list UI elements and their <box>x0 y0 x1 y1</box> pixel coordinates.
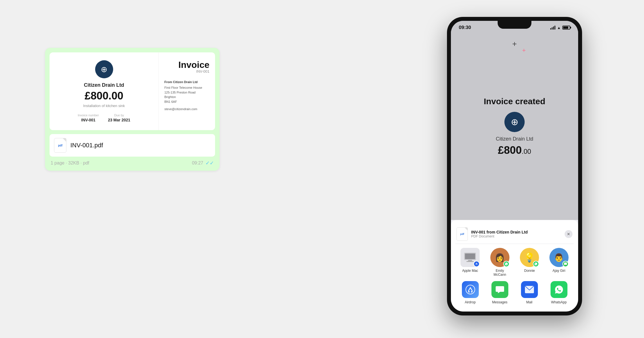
svg-point-7 <box>466 285 475 294</box>
apps-row: Airdrop Messages <box>455 281 574 307</box>
mail-app-icon <box>521 281 538 298</box>
airdrop-app-item[interactable]: Airdrop <box>462 281 479 304</box>
mail-app-item[interactable]: Mail <box>521 281 538 304</box>
svg-rect-3 <box>466 261 474 262</box>
status-time: 09:30 <box>459 25 471 30</box>
whatsapp-app-item[interactable]: WhatsApp <box>551 281 567 304</box>
ajay-messages-badge <box>562 261 569 267</box>
phone-screen: 09:30 ▲ + + Invoi <box>451 21 578 312</box>
invoice-due-value: 23 Mar 2021 <box>108 118 130 122</box>
invoice-due-meta: Due by 23 Mar 2021 <box>108 114 130 122</box>
invoice-email: steve@citizendrain.com <box>164 107 209 111</box>
invoice-left-panel: ⊕ Citizen Drain Ltd £800.00 Installation… <box>50 52 159 130</box>
svg-rect-1 <box>465 254 475 259</box>
svg-point-5 <box>476 264 477 265</box>
ajay-avatar-wrap: 👨 <box>549 248 569 267</box>
invoice-card: ⊕ Citizen Drain Ltd £800.00 Installation… <box>50 52 215 130</box>
invoice-number-value: INV-001 <box>78 118 99 122</box>
svg-rect-2 <box>468 260 472 261</box>
pdf-filename: INV-001.pdf <box>70 142 103 149</box>
list-item[interactable]: 💡 Donnie <box>520 248 539 277</box>
emily-avatar-wrap: 👩 <box>490 248 509 267</box>
list-item[interactable]: Apple Mac <box>460 248 480 277</box>
people-row: Apple Mac 👩 <box>455 248 574 277</box>
apple-mac-avatar-wrap <box>460 248 480 267</box>
battery-icon <box>562 26 570 30</box>
airdrop-badge <box>473 261 480 267</box>
share-attachment-type: PDF Document <box>471 234 561 238</box>
svg-point-6 <box>477 264 477 265</box>
drain-icon: ⊕ <box>101 65 107 74</box>
airdrop-app-icon <box>462 281 479 298</box>
invoice-from-label: From Citizen Drain Ltd <box>164 80 209 84</box>
invoice-meta: Invoice number INV-001 Due by 23 Mar 202… <box>56 114 152 122</box>
apple-mac-label: Apple Mac <box>462 269 478 273</box>
invoice-created-title: Invoice created <box>484 97 545 106</box>
invoice-due-label: Due by <box>108 114 130 117</box>
invoice-amount: £800.00 <box>85 90 123 102</box>
whatsapp-bubble: ⊕ Citizen Drain Ltd £800.00 Installation… <box>45 48 220 171</box>
svg-point-9 <box>471 291 472 293</box>
phone-frame: 09:30 ▲ + + Invoi <box>447 17 582 315</box>
whatsapp-app-icon <box>551 281 567 298</box>
phone-notch <box>498 21 531 29</box>
company-logo: ⊕ <box>95 60 113 78</box>
bubble-footer: 1 page · 32KB · pdf 09:27 ✓✓ <box>50 160 215 166</box>
pdf-icon: pdf <box>54 138 66 153</box>
share-attachment-row: pdf INV-001 from Citizen Drain Ltd PDF D… <box>455 224 574 244</box>
donnie-avatar-wrap: 💡 <box>520 248 539 267</box>
invoice-address: First Floor Telecome House 125-135 Prest… <box>164 85 209 104</box>
list-item[interactable]: 👨 Ajay Giri <box>549 248 569 277</box>
invoice-number-label: Invoice number <box>78 114 99 117</box>
bubble-time: 09:27 <box>192 161 203 166</box>
airdrop-app-label: Airdrop <box>465 300 476 304</box>
invoice-created-section: + + Invoice created ⊕ Citizen Drain Ltd … <box>451 33 578 220</box>
donnie-label: Donnie <box>524 269 535 273</box>
share-attachment-name: INV-001 from Citizen Drain Ltd <box>471 230 561 234</box>
messages-app-label: Messages <box>492 300 507 304</box>
signal-icon <box>550 26 555 30</box>
invoice-description: Installation of kitchen sink <box>83 104 125 108</box>
phone-mockup: 09:30 ▲ + + Invoi <box>447 17 582 315</box>
share-attachment-info: INV-001 from Citizen Drain Ltd PDF Docum… <box>471 230 561 238</box>
phone-company-logo: ⊕ <box>504 112 525 132</box>
emily-mccann-label: Emily McCann <box>490 269 510 277</box>
list-item[interactable]: 👩 Emily McCann <box>490 248 510 277</box>
status-icons: ▲ <box>550 26 570 30</box>
donnie-whatsapp-badge <box>533 261 539 267</box>
messages-app-item[interactable]: Messages <box>491 281 508 304</box>
whatsapp-badge <box>503 261 509 267</box>
messages-app-icon <box>491 281 508 298</box>
pdf-attachment[interactable]: pdf INV-001.pdf <box>50 134 215 157</box>
share-close-button[interactable]: ✕ <box>565 230 573 238</box>
bubble-meta: 1 page · 32KB · pdf <box>51 161 89 166</box>
read-ticks-icon: ✓✓ <box>205 160 214 166</box>
invoice-number-meta: Invoice number INV-001 <box>78 114 99 122</box>
phone-amount: £800.00 <box>498 144 531 156</box>
mac-device-svg <box>464 253 476 262</box>
ajay-giri-label: Ajay Giri <box>553 269 565 273</box>
plus-icon-pink: + <box>522 47 526 54</box>
invoice-title: Invoice <box>164 60 209 69</box>
wifi-icon: ▲ <box>557 26 561 30</box>
invoice-number-right: INV-001 <box>164 69 209 74</box>
whatsapp-app-label: WhatsApp <box>551 300 567 304</box>
phone-company-name: Citizen Drain Ltd <box>496 136 533 142</box>
invoice-company-name: Citizen Drain Ltd <box>84 82 124 88</box>
bubble-time-ticks: 09:27 ✓✓ <box>192 160 214 166</box>
invoice-right-panel: Invoice INV-001 From Citizen Drain Ltd F… <box>159 52 215 130</box>
share-pdf-icon: pdf <box>457 227 468 241</box>
share-sheet: pdf INV-001 from Citizen Drain Ltd PDF D… <box>451 220 578 312</box>
plus-icon-dark: + <box>512 39 517 48</box>
svg-point-8 <box>468 291 469 293</box>
phone-drain-icon: ⊕ <box>511 117 518 127</box>
mail-app-label: Mail <box>526 300 532 304</box>
whatsapp-bubble-section: ⊕ Citizen Drain Ltd £800.00 Installation… <box>45 48 220 171</box>
